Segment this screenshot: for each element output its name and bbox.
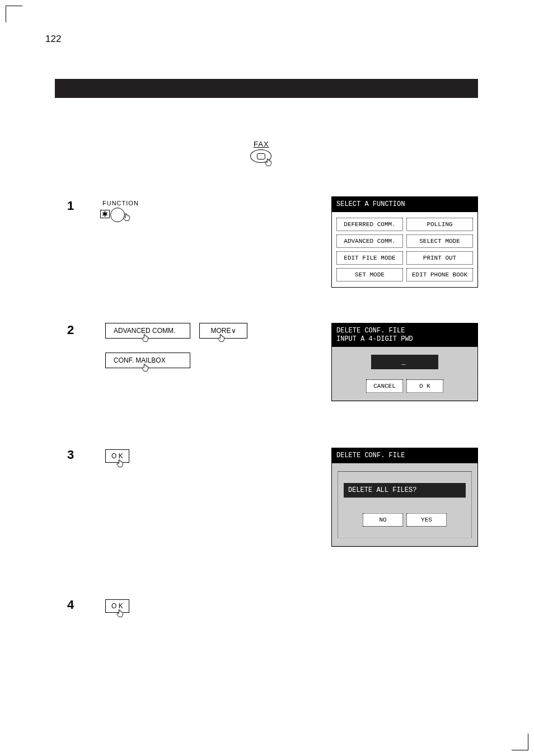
screen3-title: DELETE CONF. FILE (332, 448, 477, 463)
crop-mark-br (512, 734, 528, 750)
btn-cancel[interactable]: CANCEL (366, 379, 403, 393)
section-header-bar (55, 79, 478, 98)
hand-pointer-icon (115, 459, 125, 469)
screen2-title: DELETE CONF. FILE INPUT A 4-DIGIT PWD (332, 323, 477, 347)
btn-set-mode[interactable]: SET MODE (336, 268, 403, 281)
function-button-illustration: FUNCTION ✱ (102, 200, 139, 206)
star-key-icon: ✱ (100, 210, 110, 218)
dialog-inner: DELETE ALL FILES? NO YES (338, 471, 472, 538)
screen1-title: SELECT A FUNCTION (332, 197, 477, 212)
function-label: FUNCTION (102, 200, 139, 206)
crop-mark-tl (6, 6, 22, 22)
hand-pointer-icon (121, 213, 132, 223)
hand-pointer-icon (140, 363, 150, 373)
btn-deferred-comm[interactable]: DEFERRED COMM. (336, 218, 403, 231)
btn-ok[interactable]: O K (406, 379, 443, 393)
btn-yes[interactable]: YES (406, 513, 447, 527)
page-number: 122 (45, 34, 61, 45)
hand-pointer-icon (115, 609, 125, 619)
screen-delete-conf-pwd: DELETE CONF. FILE INPUT A 4-DIGIT PWD _ … (331, 323, 478, 401)
screen2-title-line1: DELETE CONF. FILE (336, 327, 473, 335)
fax-label: FAX (254, 140, 275, 148)
step-4-number: 4 (67, 598, 74, 612)
screen2-title-line2: INPUT A 4-DIGIT PWD (336, 335, 473, 344)
hand-pointer-icon (263, 158, 273, 168)
hand-pointer-icon (216, 334, 226, 344)
btn-edit-file-mode[interactable]: EDIT FILE MODE (336, 251, 403, 265)
btn-print-out[interactable]: PRINT OUT (406, 251, 473, 265)
btn-advanced-comm[interactable]: ADVANCED COMM. (336, 234, 403, 248)
btn-edit-phone-book[interactable]: EDIT PHONE BOOK (406, 268, 473, 281)
step-3-number: 3 (67, 448, 74, 462)
hand-pointer-icon (140, 334, 150, 344)
screen-select-function: SELECT A FUNCTION DEFERRED COMM. POLLING… (331, 196, 478, 288)
step-2-number: 2 (67, 323, 74, 337)
pwd-input-display: _ (371, 355, 438, 369)
btn-polling[interactable]: POLLING (406, 218, 473, 231)
step-1-number: 1 (67, 199, 74, 213)
screen-delete-all-files: DELETE CONF. FILE DELETE ALL FILES? NO Y… (331, 448, 478, 547)
btn-no[interactable]: NO (363, 513, 403, 527)
btn-select-mode[interactable]: SELECT MODE (406, 234, 473, 248)
delete-question: DELETE ALL FILES? (344, 483, 466, 497)
function-grid: DEFERRED COMM. POLLING ADVANCED COMM. SE… (336, 218, 473, 281)
